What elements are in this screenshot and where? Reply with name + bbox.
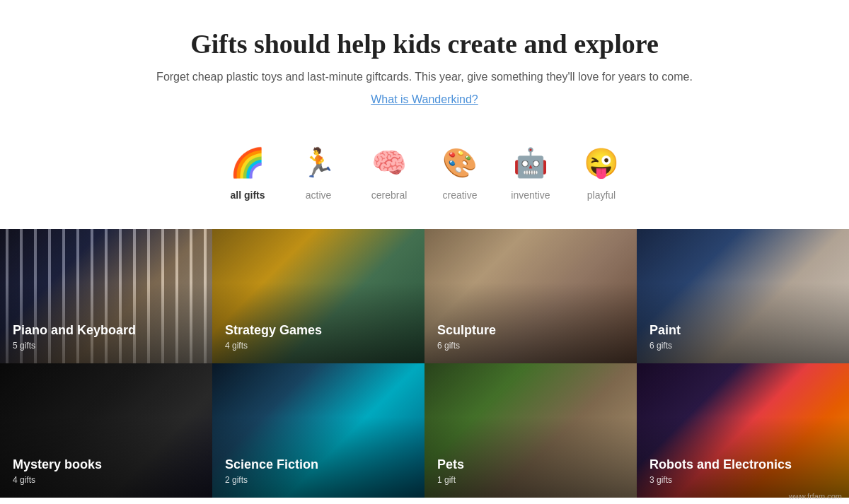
card-text-paint: Paint6 gifts [649, 323, 681, 351]
page-subtitle: Forget cheap plastic toys and last-minut… [14, 71, 835, 83]
card-count-piano: 5 gifts [13, 341, 136, 351]
card-title-pets: Pets [437, 457, 464, 472]
gift-grid: Piano and Keyboard5 giftsStrategy Games4… [0, 229, 849, 498]
card-title-piano: Piano and Keyboard [13, 323, 136, 338]
card-text-mystery: Mystery books4 gifts [13, 457, 102, 485]
grid-item-pets[interactable]: Pets1 gift [424, 363, 637, 498]
card-text-pets: Pets1 gift [437, 457, 464, 485]
filter-label-inventive: inventive [511, 189, 550, 201]
filter-label-creative: creative [442, 189, 477, 201]
filter-icon-inventive: 🤖 [509, 141, 552, 184]
filter-item-playful[interactable]: 😜playful [580, 141, 623, 201]
grid-item-paint[interactable]: Paint6 gifts [637, 229, 849, 363]
card-title-mystery: Mystery books [13, 457, 102, 472]
grid-item-robots[interactable]: Robots and Electronics3 gifts [637, 363, 849, 498]
watermark: www.frfam.com [789, 492, 842, 500]
grid-item-strategy[interactable]: Strategy Games4 gifts [212, 229, 424, 363]
card-text-piano: Piano and Keyboard5 gifts [13, 323, 136, 351]
filter-item-all[interactable]: 🌈all gifts [226, 141, 269, 201]
filter-icon-all: 🌈 [226, 141, 269, 184]
card-title-scifi: Science Fiction [225, 457, 318, 472]
card-count-mystery: 4 gifts [13, 475, 102, 485]
card-count-paint: 6 gifts [649, 341, 681, 351]
card-text-scifi: Science Fiction2 gifts [225, 457, 318, 485]
header: Gifts should help kids create and explor… [0, 0, 849, 120]
card-title-robots: Robots and Electronics [649, 457, 792, 472]
page-wrapper: Gifts should help kids create and explor… [0, 0, 849, 498]
card-count-strategy: 4 gifts [225, 341, 322, 351]
filter-icon-creative: 🎨 [439, 141, 481, 184]
filter-label-active: active [306, 189, 332, 201]
card-count-scifi: 2 gifts [225, 475, 318, 485]
filter-bar: 🌈all gifts🏃active🧠cerebral🎨creative🤖inve… [0, 120, 849, 229]
page-title: Gifts should help kids create and explor… [14, 28, 835, 59]
grid-item-piano[interactable]: Piano and Keyboard5 gifts [0, 229, 212, 363]
wanderkind-link[interactable]: What is Wanderkind? [371, 93, 478, 105]
card-count-pets: 1 gift [437, 475, 464, 485]
filter-label-all: all gifts [230, 189, 265, 201]
card-title-sculpture: Sculpture [437, 323, 496, 338]
filter-icon-playful: 😜 [580, 141, 623, 184]
filter-item-creative[interactable]: 🎨creative [439, 141, 481, 201]
grid-item-mystery[interactable]: Mystery books4 gifts [0, 363, 212, 498]
card-count-sculpture: 6 gifts [437, 341, 496, 351]
filter-icon-cerebral: 🧠 [368, 141, 410, 184]
filter-item-active[interactable]: 🏃active [297, 141, 340, 201]
filter-item-cerebral[interactable]: 🧠cerebral [368, 141, 410, 201]
filter-item-inventive[interactable]: 🤖inventive [509, 141, 552, 201]
card-title-strategy: Strategy Games [225, 323, 322, 338]
filter-label-cerebral: cerebral [371, 189, 408, 201]
card-title-paint: Paint [649, 323, 681, 338]
card-text-strategy: Strategy Games4 gifts [225, 323, 322, 351]
filter-icon-active: 🏃 [297, 141, 340, 184]
card-text-sculpture: Sculpture6 gifts [437, 323, 496, 351]
card-text-robots: Robots and Electronics3 gifts [649, 457, 792, 485]
grid-item-scifi[interactable]: Science Fiction2 gifts [212, 363, 424, 498]
grid-item-sculpture[interactable]: Sculpture6 gifts [424, 229, 637, 363]
filter-label-playful: playful [587, 189, 616, 201]
card-count-robots: 3 gifts [649, 475, 792, 485]
